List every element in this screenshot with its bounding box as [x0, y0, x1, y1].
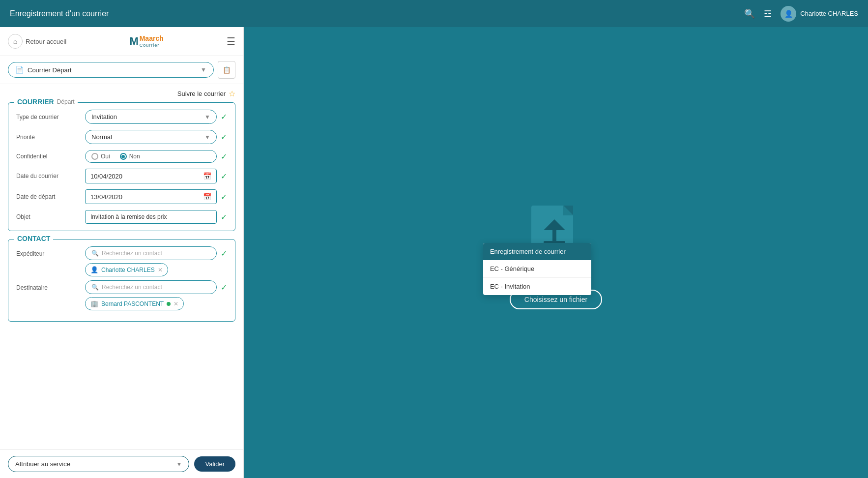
radio-oui-label: Oui: [101, 153, 110, 160]
valider-button[interactable]: Valider: [194, 456, 235, 472]
objet-value: Invitation à la remise des prix: [90, 213, 167, 220]
dropdown-header: Enregistrement de courrier: [483, 243, 591, 260]
courrier-subtitle: Départ: [57, 98, 75, 105]
user-menu[interactable]: 👤 Charlotte CHARLES: [781, 6, 858, 22]
courrier-dropdown-left: 📄 Courrier Départ: [15, 66, 72, 74]
user-name: Charlotte CHARLES: [800, 10, 858, 17]
header-title: Enregistrement d'un courrier: [10, 9, 109, 18]
destinataire-remove-button[interactable]: ✕: [174, 300, 178, 307]
logo-main: Maarch: [140, 35, 164, 42]
type-courrier-row: Type de courrier Invitation ▼ ✓: [16, 110, 227, 124]
type-courrier-value: Invitation: [91, 113, 117, 120]
back-label: Retour accueil: [26, 38, 66, 45]
expediteur-remove-button[interactable]: ✕: [158, 267, 163, 273]
sidebar-content: Suivre le courrier ☆ COURRIER Départ Typ…: [0, 84, 243, 449]
menu-icon[interactable]: ☰: [227, 35, 235, 47]
content-area: Glisser-déposer ou Choisissez un fichier…: [244, 27, 868, 478]
confidentiel-label: Confidentiel: [16, 153, 80, 160]
type-courrier-control: Invitation ▼ ✓: [85, 110, 227, 124]
destinataire-placeholder: Recherchez un contact: [102, 284, 162, 291]
company-icon: 🏢: [90, 300, 98, 307]
contact-section: CONTACT Expéditeur 🔍 Recherchez un conta…: [8, 239, 235, 322]
contact-section-title: CONTACT: [14, 235, 53, 242]
confidentiel-row: Confidentiel Oui Non ✓: [16, 150, 227, 163]
date-depart-value: 13/04/2020: [90, 193, 122, 201]
valider-label: Valider: [205, 460, 225, 468]
suivre-label: Suivre le courrier: [177, 90, 226, 97]
objet-check: ✓: [221, 212, 227, 222]
date-depart-check: ✓: [221, 192, 227, 202]
radio-oui-circle: [91, 153, 98, 160]
type-courrier-check: ✓: [221, 112, 227, 121]
sidebar-bottom: Attribuer au service ▼ Valider: [0, 449, 243, 478]
date-depart-input[interactable]: 13/04/2020 📅: [85, 189, 217, 204]
destinataire-search[interactable]: 🔍 Recherchez un contact: [85, 280, 217, 294]
courrier-type-row: 📄 Courrier Départ ▼ 📋: [0, 56, 243, 84]
suivre-row: Suivre le courrier ☆: [8, 89, 235, 98]
destinataire-search-wrap: 🔍 Recherchez un contact ✓: [85, 280, 227, 294]
logo-sub: Courrier: [140, 43, 164, 48]
date-depart-control: 13/04/2020 📅 ✓: [85, 189, 227, 204]
objet-input[interactable]: Invitation à la remise des prix: [85, 210, 217, 224]
svg-rect-3: [552, 229, 556, 243]
avatar: 👤: [781, 6, 796, 22]
sidebar-topbar: ⌂ Retour accueil M Maarch Courrier ☰: [0, 27, 243, 56]
chevron-down-icon: ▼: [204, 134, 210, 141]
dropdown-item-generique[interactable]: EC - Générique: [483, 260, 591, 278]
assign-dropdown[interactable]: Attribuer au service ▼: [8, 456, 189, 472]
copy-button[interactable]: 📋: [218, 61, 235, 79]
chevron-down-icon: ▼: [204, 114, 210, 120]
header-left: Enregistrement d'un courrier: [10, 9, 109, 18]
date-courrier-input[interactable]: 10/04/2020 📅: [85, 169, 217, 183]
radio-non[interactable]: Non: [120, 153, 140, 160]
priorite-value: Normal: [91, 133, 112, 141]
radio-oui[interactable]: Oui: [91, 153, 110, 160]
radio-non-label: Non: [129, 153, 140, 160]
star-icon[interactable]: ☆: [229, 89, 235, 98]
choose-file-label: Choisissez un fichier: [524, 296, 587, 303]
home-icon: ⌂: [8, 34, 23, 49]
date-courrier-control: 10/04/2020 📅 ✓: [85, 169, 227, 183]
date-courrier-row: Date du courrier 10/04/2020 📅 ✓: [16, 169, 227, 183]
logo-m: M: [129, 35, 138, 48]
assign-label: Attribuer au service: [15, 460, 70, 468]
destinataire-tag: 🏢 Bernard PASCONTENT ✕: [85, 297, 184, 310]
expediteur-search[interactable]: 🔍 Recherchez un contact: [85, 246, 217, 260]
sidebar: ⌂ Retour accueil M Maarch Courrier ☰ �: [0, 27, 244, 478]
expediteur-row: Expéditeur 🔍 Recherchez un contact ✓ 👤 C…: [16, 246, 227, 276]
copy-icon: 📋: [223, 66, 231, 74]
search-icon: 🔍: [91, 284, 99, 291]
radio-non-circle: [120, 153, 127, 160]
dropdown-item-invitation[interactable]: EC - Invitation: [483, 278, 591, 295]
main-layout: ⌂ Retour accueil M Maarch Courrier ☰ �: [0, 27, 868, 478]
type-courrier-select[interactable]: Invitation ▼: [85, 110, 217, 124]
priorite-select[interactable]: Normal ▼: [85, 130, 217, 144]
courrier-section-title: COURRIER Départ: [14, 98, 78, 106]
expediteur-tag: 👤 Charlotte CHARLES ✕: [85, 263, 168, 276]
destinataire-inputs: 🔍 Recherchez un contact ✓ 🏢 Bernard PASC…: [85, 280, 227, 310]
expediteur-tag-name: Charlotte CHARLES: [101, 267, 155, 273]
date-depart-row: Date de départ 13/04/2020 📅 ✓: [16, 189, 227, 204]
destinataire-row: Destinataire 🔍 Recherchez un contact ✓ 🏢…: [16, 280, 227, 310]
calendar-icon: 📅: [203, 193, 211, 201]
search-icon[interactable]: 🔍: [744, 8, 755, 19]
date-courrier-label: Date du courrier: [16, 173, 80, 179]
expediteur-check: ✓: [221, 249, 227, 258]
objet-control: Invitation à la remise des prix ✓: [85, 210, 227, 224]
grid-icon[interactable]: ☲: [764, 8, 772, 19]
courrier-type-dropdown[interactable]: 📄 Courrier Départ ▼: [8, 62, 214, 78]
doc-icon: 📄: [15, 66, 24, 74]
user-icon: 👤: [90, 266, 98, 273]
enregistrement-dropdown: Enregistrement de courrier EC - Génériqu…: [483, 243, 591, 295]
logo: M Maarch Courrier: [129, 35, 163, 48]
sidebar-nav: ⌂ Retour accueil: [8, 34, 66, 49]
date-courrier-value: 10/04/2020: [90, 173, 122, 180]
back-home-button[interactable]: ⌂ Retour accueil: [8, 34, 66, 49]
online-indicator: [167, 302, 171, 306]
top-header: Enregistrement d'un courrier 🔍 ☲ 👤 Charl…: [0, 0, 868, 27]
date-courrier-check: ✓: [221, 172, 227, 181]
dropdown-item-generique-label: EC - Générique: [490, 265, 534, 272]
confidentiel-check: ✓: [221, 152, 227, 161]
courrier-type-label: Courrier Départ: [28, 66, 72, 74]
priorite-label: Priorité: [16, 134, 80, 141]
